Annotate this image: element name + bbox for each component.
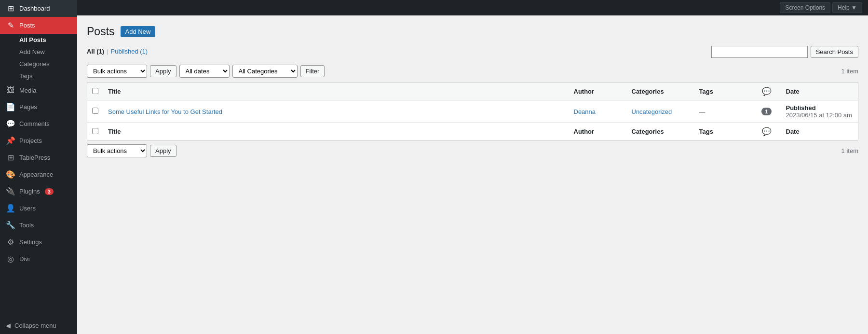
sidebar-item-label: Settings bbox=[19, 238, 42, 246]
sidebar-item-label: Pages bbox=[19, 103, 37, 111]
sidebar-item-tools[interactable]: 🔧 Tools bbox=[0, 217, 77, 234]
row-author-cell: Deanna bbox=[569, 100, 627, 123]
sidebar-item-pages[interactable]: 📄 Pages bbox=[0, 98, 77, 115]
main-area: Screen Options Help ▼ Posts Add New All … bbox=[77, 0, 868, 334]
all-categories-select[interactable]: All Categories bbox=[232, 65, 298, 78]
sidebar-item-label: Dashboard bbox=[19, 5, 50, 12]
comments-icon: 💬 bbox=[6, 119, 15, 128]
posts-table: Title Author Categories Tags 💬 Date bbox=[87, 83, 858, 140]
header-title[interactable]: Title bbox=[103, 83, 569, 100]
sidebar-item-plugins[interactable]: 🔌 Plugins 3 bbox=[0, 183, 77, 200]
sidebar-item-label: Tools bbox=[19, 222, 34, 229]
tablepress-icon: ⊞ bbox=[6, 153, 15, 162]
top-item-count: 1 item bbox=[841, 68, 858, 75]
search-area: Search Posts bbox=[711, 46, 858, 58]
post-date-value: 2023/06/15 at 12:00 am bbox=[786, 111, 852, 119]
top-filters-row: Bulk actions Apply All dates All Categor… bbox=[87, 65, 858, 78]
sidebar-item-users[interactable]: 👤 Users bbox=[0, 200, 77, 217]
media-icon: 🖼 bbox=[6, 86, 15, 95]
sidebar-item-label: Media bbox=[19, 87, 36, 94]
sidebar: ⊞ Dashboard ✎ Posts All Posts Add New Ca… bbox=[0, 0, 77, 334]
sidebar-submenu-all-posts[interactable]: All Posts bbox=[0, 34, 77, 46]
sidebar-item-label: Comments bbox=[19, 120, 50, 127]
header-author: Author bbox=[569, 83, 627, 100]
collapse-menu[interactable]: ◀ Collapse menu bbox=[0, 317, 77, 334]
help-button[interactable]: Help ▼ bbox=[832, 2, 862, 13]
apply-top-button[interactable]: Apply bbox=[150, 65, 176, 77]
screen-options-button[interactable]: Screen Options bbox=[780, 2, 830, 13]
search-input[interactable] bbox=[711, 46, 808, 58]
row-checkbox-cell bbox=[87, 100, 104, 123]
row-checkbox[interactable] bbox=[92, 108, 98, 114]
footer-title[interactable]: Title bbox=[103, 123, 569, 140]
footer-date: Date bbox=[781, 123, 858, 140]
sidebar-item-projects[interactable]: 📌 Projects bbox=[0, 132, 77, 149]
post-category-link[interactable]: Uncategorized bbox=[632, 108, 672, 115]
sidebar-item-dashboard[interactable]: ⊞ Dashboard bbox=[0, 0, 77, 17]
footer-categories: Categories bbox=[627, 123, 694, 140]
tools-icon: 🔧 bbox=[6, 221, 15, 230]
bulk-actions-top-select[interactable]: Bulk actions bbox=[87, 65, 147, 78]
collapse-label: Collapse menu bbox=[14, 322, 56, 329]
sidebar-item-comments[interactable]: 💬 Comments bbox=[0, 115, 77, 132]
sidebar-item-media[interactable]: 🖼 Media bbox=[0, 82, 77, 98]
projects-icon: 📌 bbox=[6, 136, 15, 145]
subnav-all[interactable]: All (1) bbox=[87, 48, 104, 55]
dashboard-icon: ⊞ bbox=[6, 4, 15, 13]
plugins-icon: 🔌 bbox=[6, 187, 15, 196]
comment-count-badge[interactable]: 1 bbox=[761, 108, 771, 115]
header-categories: Categories bbox=[627, 83, 694, 100]
table-footer-row: Title Author Categories Tags 💬 Date bbox=[87, 123, 858, 140]
settings-icon: ⚙ bbox=[6, 237, 15, 247]
collapse-icon: ◀ bbox=[6, 322, 11, 329]
sidebar-item-tablepress[interactable]: ⊞ TablePress bbox=[0, 149, 77, 166]
page-header: Posts Add New bbox=[87, 25, 858, 38]
sidebar-item-divi[interactable]: ◎ Divi bbox=[0, 250, 77, 267]
row-date-cell: Published 2023/06/15 at 12:00 am bbox=[781, 100, 858, 123]
footer-author: Author bbox=[569, 123, 627, 140]
sidebar-item-posts[interactable]: ✎ Posts bbox=[0, 17, 77, 34]
header-comments: 💬 bbox=[752, 83, 781, 100]
row-title-cell: Some Useful Links for You to Get Started bbox=[103, 100, 569, 123]
header-date: Date bbox=[781, 83, 858, 100]
apply-bottom-button[interactable]: Apply bbox=[150, 145, 176, 157]
subnav-sep: | bbox=[107, 48, 108, 55]
topbar: Screen Options Help ▼ bbox=[77, 0, 868, 15]
sidebar-submenu-categories[interactable]: Categories bbox=[0, 58, 77, 70]
sidebar-item-label: Plugins bbox=[19, 188, 40, 195]
sidebar-item-settings[interactable]: ⚙ Settings bbox=[0, 234, 77, 250]
sidebar-submenu-add-new[interactable]: Add New bbox=[0, 46, 77, 58]
table-row: Some Useful Links for You to Get Started… bbox=[87, 100, 858, 123]
footer-checkbox-cell bbox=[87, 123, 104, 140]
sidebar-item-label: Projects bbox=[19, 137, 42, 144]
post-date-status: Published bbox=[786, 104, 816, 111]
divi-icon: ◎ bbox=[6, 254, 15, 264]
posts-submenu: All Posts Add New Categories Tags bbox=[0, 34, 77, 82]
post-author-link[interactable]: Deanna bbox=[574, 108, 596, 115]
sidebar-item-label: Posts bbox=[19, 22, 35, 29]
all-dates-select[interactable]: All dates bbox=[179, 65, 230, 78]
sidebar-item-appearance[interactable]: 🎨 Appearance bbox=[0, 166, 77, 183]
bottom-filters-row: Bulk actions Apply 1 item bbox=[87, 140, 858, 157]
row-comments-cell: 1 bbox=[752, 100, 781, 123]
footer-comments: 💬 bbox=[752, 123, 781, 140]
row-categories-cell: Uncategorized bbox=[627, 100, 694, 123]
post-title-link[interactable]: Some Useful Links for You to Get Started bbox=[108, 108, 222, 115]
filter-button[interactable]: Filter bbox=[300, 65, 325, 77]
subsubsub-nav: All (1) | Published (1) bbox=[87, 48, 148, 55]
add-new-button[interactable]: Add New bbox=[121, 26, 156, 37]
bulk-actions-bottom-select[interactable]: Bulk actions bbox=[87, 144, 147, 157]
search-posts-button[interactable]: Search Posts bbox=[811, 46, 858, 58]
users-icon: 👤 bbox=[6, 204, 15, 213]
footer-tags: Tags bbox=[694, 123, 752, 140]
plugins-badge: 3 bbox=[45, 188, 54, 195]
row-tags-cell: — bbox=[694, 100, 752, 123]
sidebar-item-label: Appearance bbox=[19, 171, 53, 178]
pages-icon: 📄 bbox=[6, 102, 15, 111]
subnav-published[interactable]: Published (1) bbox=[111, 48, 148, 55]
footer-select-all-checkbox[interactable] bbox=[92, 128, 98, 134]
appearance-icon: 🎨 bbox=[6, 170, 15, 179]
sidebar-submenu-tags[interactable]: Tags bbox=[0, 70, 77, 82]
select-all-checkbox[interactable] bbox=[92, 88, 98, 94]
bottom-item-count: 1 item bbox=[841, 147, 858, 154]
